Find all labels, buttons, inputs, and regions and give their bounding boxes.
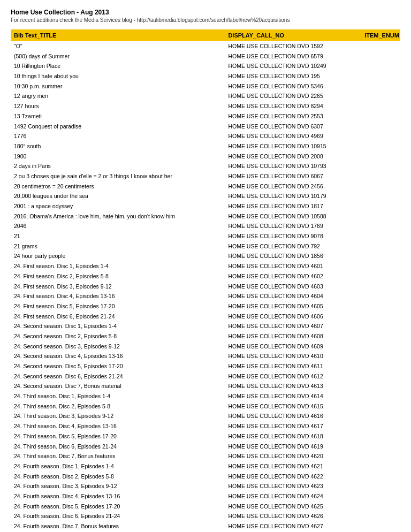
table-body: "O"HOME USE COLLECTION DVD 1592(500) day… bbox=[11, 41, 400, 532]
table-row: 24. Fourth season. Disc 2, Episodes 5-8H… bbox=[11, 472, 400, 482]
cell-item-enum bbox=[361, 442, 400, 452]
cell-item-enum bbox=[361, 472, 400, 482]
table-row: 24. Second season. Disc 4, Episodes 13-1… bbox=[11, 351, 400, 361]
col-header-item-enum: ITEM_ENUM bbox=[361, 29, 400, 41]
cell-call-no: HOME USE COLLECTION DVD 4604 bbox=[225, 291, 361, 301]
cell-title: 10:30 p.m. summer bbox=[11, 81, 225, 92]
cell-call-no: HOME USE COLLECTION DVD 4601 bbox=[225, 261, 361, 271]
cell-call-no: HOME USE COLLECTION DVD 10793 bbox=[225, 161, 361, 171]
page-title: Home Use Collection - Aug 2013 bbox=[11, 9, 400, 16]
table-row: 24. Second season. Disc 6, Episodes 21-2… bbox=[11, 371, 400, 382]
cell-call-no: HOME USE COLLECTION DVD 4615 bbox=[225, 401, 361, 412]
cell-title: 24. Third season. Disc 5, Episodes 17-20 bbox=[11, 431, 225, 442]
cell-item-enum bbox=[361, 111, 400, 121]
catalog-table: Bib Text_TITLE DISPLAY_CALL_NO ITEM_ENUM… bbox=[11, 29, 400, 532]
cell-title: 24. Second season. Disc 5, Episodes 17-2… bbox=[11, 361, 225, 371]
table-row: 12 angry menHOME USE COLLECTION DVD 2265 bbox=[11, 91, 400, 101]
table-row: "O"HOME USE COLLECTION DVD 1592 bbox=[11, 41, 400, 51]
table-row: 21HOME USE COLLECTION DVD 9078 bbox=[11, 231, 400, 241]
cell-call-no: HOME USE COLLECTION DVD 4619 bbox=[225, 442, 361, 452]
cell-item-enum bbox=[361, 251, 400, 261]
cell-title: 24. Second season. Disc 6, Episodes 21-2… bbox=[11, 371, 225, 382]
cell-title: 24. First season. Disc 2, Episodes 5-8 bbox=[11, 271, 225, 282]
table-row: 24 hour party peopleHOME USE COLLECTION … bbox=[11, 251, 400, 261]
cell-item-enum bbox=[361, 301, 400, 311]
table-row: 1776HOME USE COLLECTION DVD 4969 bbox=[11, 131, 400, 141]
cell-call-no: HOME USE COLLECTION DVD 4621 bbox=[225, 461, 361, 472]
cell-title: 20,000 leagues under the sea bbox=[11, 191, 225, 201]
cell-call-no: HOME USE COLLECTION DVD 4605 bbox=[225, 301, 361, 311]
cell-item-enum bbox=[361, 501, 400, 512]
cell-call-no: HOME USE COLLECTION DVD 1769 bbox=[225, 221, 361, 231]
cell-item-enum bbox=[361, 371, 400, 382]
cell-item-enum bbox=[361, 511, 400, 521]
cell-item-enum bbox=[361, 191, 400, 201]
cell-title: 24. Fourth season. Disc 6, Episodes 21-2… bbox=[11, 511, 225, 521]
cell-call-no: HOME USE COLLECTION DVD 4618 bbox=[225, 431, 361, 442]
cell-call-no: HOME USE COLLECTION DVD 10179 bbox=[225, 191, 361, 201]
cell-item-enum bbox=[361, 491, 400, 501]
cell-call-no: HOME USE COLLECTION DVD 1592 bbox=[225, 41, 361, 51]
table-row: 24. First season. Disc 5, Episodes 17-20… bbox=[11, 301, 400, 311]
cell-call-no: HOME USE COLLECTION DVD 6067 bbox=[225, 171, 361, 181]
cell-call-no: HOME USE COLLECTION DVD 2008 bbox=[225, 151, 361, 162]
cell-title: 1776 bbox=[11, 131, 225, 141]
cell-title: 24. Fourth season. Disc 3, Episodes 9-12 bbox=[11, 481, 225, 491]
cell-item-enum bbox=[361, 61, 400, 71]
table-row: 2016, Obama's America : love him, hate h… bbox=[11, 211, 400, 222]
cell-call-no: HOME USE COLLECTION DVD 2456 bbox=[225, 181, 361, 192]
cell-call-no: HOME USE COLLECTION DVD 10588 bbox=[225, 211, 361, 222]
cell-item-enum bbox=[361, 211, 400, 222]
table-row: 24. Fourth season. Disc 3, Episodes 9-12… bbox=[11, 481, 400, 491]
table-row: 24. First season. Disc 4, Episodes 13-16… bbox=[11, 291, 400, 301]
page-header: Home Use Collection - Aug 2013 For recen… bbox=[11, 9, 400, 23]
cell-call-no: HOME USE COLLECTION DVD 4613 bbox=[225, 381, 361, 391]
table-row: 24. Third season. Disc 6, Episodes 21-24… bbox=[11, 442, 400, 452]
cell-item-enum bbox=[361, 411, 400, 421]
cell-title: 24. Second season. Disc 2, Episodes 5-8 bbox=[11, 331, 225, 341]
table-row: 24. Third season. Disc 3, Episodes 9-12H… bbox=[11, 411, 400, 421]
table-row: 24. Second season. Disc 1, Episodes 1-4H… bbox=[11, 321, 400, 331]
table-row: 180° southHOME USE COLLECTION DVD 10915 bbox=[11, 141, 400, 151]
cell-call-no: HOME USE COLLECTION DVD 4614 bbox=[225, 391, 361, 401]
table-row: 24. Second season. Disc 7, Bonus materia… bbox=[11, 381, 400, 391]
cell-call-no: HOME USE COLLECTION DVD 2553 bbox=[225, 111, 361, 121]
cell-item-enum bbox=[361, 221, 400, 231]
table-header-row: Bib Text_TITLE DISPLAY_CALL_NO ITEM_ENUM bbox=[11, 29, 400, 41]
table-row: 13 TzametiHOME USE COLLECTION DVD 2553 bbox=[11, 111, 400, 121]
cell-call-no: HOME USE COLLECTION DVD 4610 bbox=[225, 351, 361, 361]
cell-title: 24. Third season. Disc 7, Bonus features bbox=[11, 451, 225, 461]
cell-title: 127 hours bbox=[11, 101, 225, 111]
table-row: 24. Second season. Disc 3, Episodes 9-12… bbox=[11, 341, 400, 352]
cell-title: 21 grams bbox=[11, 241, 225, 252]
cell-item-enum bbox=[361, 421, 400, 431]
col-header-call-no: DISPLAY_CALL_NO bbox=[225, 29, 361, 41]
table-row: 21 gramsHOME USE COLLECTION DVD 792 bbox=[11, 241, 400, 252]
cell-call-no: HOME USE COLLECTION DVD 6307 bbox=[225, 121, 361, 132]
cell-call-no: HOME USE COLLECTION DVD 1817 bbox=[225, 201, 361, 211]
table-row: 24. Third season. Disc 7, Bonus features… bbox=[11, 451, 400, 461]
cell-call-no: HOME USE COLLECTION DVD 4627 bbox=[225, 521, 361, 531]
table-row: 10 things I hate about youHOME USE COLLE… bbox=[11, 71, 400, 81]
cell-item-enum bbox=[361, 241, 400, 252]
cell-call-no: HOME USE COLLECTION DVD 1856 bbox=[225, 251, 361, 261]
cell-title: "O" bbox=[11, 41, 225, 51]
cell-call-no: HOME USE COLLECTION DVD 6579 bbox=[225, 51, 361, 62]
cell-title: 2001 : a space odyssey bbox=[11, 201, 225, 211]
cell-title: 24. First season. Disc 1, Episodes 1-4 bbox=[11, 261, 225, 271]
cell-call-no: HOME USE COLLECTION DVD 4608 bbox=[225, 331, 361, 341]
table-row: 2 ou 3 choses que je sais d'elle = 2 or … bbox=[11, 171, 400, 181]
cell-call-no: HOME USE COLLECTION DVD 2265 bbox=[225, 91, 361, 101]
table-row: 24. Third season. Disc 1, Episodes 1-4HO… bbox=[11, 391, 400, 401]
cell-item-enum bbox=[361, 291, 400, 301]
cell-title: 10 things I hate about you bbox=[11, 71, 225, 81]
cell-call-no: HOME USE COLLECTION DVD 4606 bbox=[225, 311, 361, 322]
cell-title: 24. Second season. Disc 7, Bonus materia… bbox=[11, 381, 225, 391]
table-row: 20,000 leagues under the seaHOME USE COL… bbox=[11, 191, 400, 201]
cell-title: 2 days in Paris bbox=[11, 161, 225, 171]
table-row: 24. Third season. Disc 4, Episodes 13-16… bbox=[11, 421, 400, 431]
cell-title: 24. Third season. Disc 4, Episodes 13-16 bbox=[11, 421, 225, 431]
cell-call-no: HOME USE COLLECTION DVD 4616 bbox=[225, 411, 361, 421]
cell-call-no: HOME USE COLLECTION DVD 4607 bbox=[225, 321, 361, 331]
table-row: 1492 Conquest of paradiseHOME USE COLLEC… bbox=[11, 121, 400, 132]
